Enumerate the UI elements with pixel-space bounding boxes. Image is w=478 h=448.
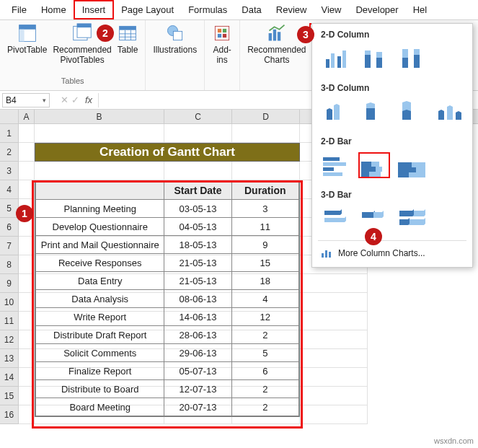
table-cell[interactable]: 14-06-13 bbox=[164, 308, 231, 326]
row-header[interactable]: 2 bbox=[0, 143, 19, 162]
row-header[interactable]: 11 bbox=[0, 312, 19, 330]
table-cell[interactable]: 15 bbox=[231, 254, 298, 272]
row-header[interactable]: 3 bbox=[0, 162, 19, 180]
row-header[interactable]: 12 bbox=[0, 330, 19, 349]
row-header[interactable]: 7 bbox=[0, 237, 19, 255]
clustered-bar-option[interactable] bbox=[321, 152, 353, 178]
table-cell[interactable]: 12-07-13 bbox=[164, 380, 231, 398]
col-header-d[interactable]: D bbox=[232, 110, 300, 123]
tab-help[interactable]: Hel bbox=[406, 1, 435, 18]
select-all-triangle[interactable] bbox=[0, 110, 19, 123]
table-row[interactable]: Print and Mail Questionnaire18-05-139 bbox=[36, 236, 299, 254]
title-cell[interactable]: Creation of Gantt Chart bbox=[35, 143, 300, 162]
table-cell[interactable]: 08-06-13 bbox=[164, 290, 231, 308]
tab-review[interactable]: Review bbox=[269, 1, 314, 18]
table-cell[interactable]: 20-07-13 bbox=[164, 398, 231, 416]
table-header[interactable] bbox=[36, 182, 164, 200]
table-cell[interactable]: Print and Mail Questionnaire bbox=[36, 236, 164, 254]
stacked-column-option[interactable] bbox=[358, 45, 390, 71]
tab-insert[interactable]: Insert bbox=[74, 0, 115, 19]
table-cell[interactable]: Board Meeting bbox=[36, 398, 164, 416]
table-row[interactable]: Develop Questionnaire04-05-1311 bbox=[36, 218, 299, 236]
table-row[interactable]: Data Analysis08-06-134 bbox=[36, 290, 299, 308]
col-header-c[interactable]: C bbox=[164, 110, 232, 123]
table-cell[interactable]: 5 bbox=[231, 344, 298, 362]
table-cell[interactable]: 6 bbox=[231, 362, 298, 380]
row-header[interactable]: 10 bbox=[0, 293, 19, 312]
row-header[interactable]: 15 bbox=[0, 387, 19, 405]
table-cell[interactable]: Write Report bbox=[36, 308, 164, 326]
table-cell[interactable]: 4 bbox=[231, 290, 298, 308]
table-row[interactable]: Write Report14-06-1312 bbox=[36, 308, 299, 326]
table-cell[interactable]: 12 bbox=[231, 308, 298, 326]
tab-page-layout[interactable]: Page Layout bbox=[114, 1, 181, 18]
col-header-b[interactable]: B bbox=[35, 110, 164, 123]
tab-data[interactable]: Data bbox=[234, 1, 268, 18]
table-row[interactable]: Finalize Report05-07-136 bbox=[36, 362, 299, 380]
table-row[interactable]: Distribute Draft Report28-06-132 bbox=[36, 326, 299, 344]
table-header[interactable]: Duration bbox=[231, 182, 298, 200]
name-box[interactable]: B4 ▾ bbox=[2, 93, 50, 107]
table-cell[interactable]: Data Entry bbox=[36, 272, 164, 290]
table-cell[interactable]: 04-05-13 bbox=[164, 218, 231, 236]
3d-column-option[interactable] bbox=[433, 99, 465, 125]
tab-home[interactable]: Home bbox=[34, 1, 74, 18]
table-cell[interactable]: 21-05-13 bbox=[164, 272, 231, 290]
100-stacked-bar-option[interactable] bbox=[396, 152, 428, 178]
3d-100-stacked-bar-option[interactable] bbox=[396, 206, 428, 232]
table-cell[interactable]: Finalize Report bbox=[36, 362, 164, 380]
3d-100-stacked-column-option[interactable] bbox=[396, 99, 428, 125]
table-row[interactable]: Solicit Comments29-06-135 bbox=[36, 344, 299, 362]
table-cell[interactable]: 9 bbox=[231, 236, 298, 254]
table-cell[interactable]: 11 bbox=[231, 218, 298, 236]
table-cell[interactable]: Receive Responses bbox=[36, 254, 164, 272]
tab-developer[interactable]: Developer bbox=[348, 1, 405, 18]
table-cell[interactable]: 29-06-13 bbox=[164, 344, 231, 362]
table-cell[interactable]: 2 bbox=[231, 380, 298, 398]
table-cell[interactable]: Develop Questionnaire bbox=[36, 218, 164, 236]
clustered-column-option[interactable] bbox=[321, 45, 353, 71]
row-header[interactable]: 4 bbox=[0, 180, 19, 199]
pivottable-button[interactable]: PivotTable bbox=[4, 22, 50, 56]
table-cell[interactable]: 03-05-13 bbox=[164, 200, 231, 218]
table-cell[interactable]: Distribute Draft Report bbox=[36, 326, 164, 344]
row-header[interactable]: 1 bbox=[0, 124, 19, 143]
addins-button[interactable]: Add- ins bbox=[209, 22, 235, 75]
more-column-charts-option[interactable]: More Column Charts... bbox=[312, 244, 472, 263]
stacked-bar-option[interactable] bbox=[358, 152, 390, 178]
table-cell[interactable]: 05-07-13 bbox=[164, 362, 231, 380]
3d-stacked-column-option[interactable] bbox=[358, 99, 390, 125]
100-stacked-column-option[interactable] bbox=[396, 45, 428, 71]
table-cell[interactable]: 21-05-13 bbox=[164, 254, 231, 272]
row-header[interactable]: 8 bbox=[0, 255, 19, 274]
table-cell[interactable]: Solicit Comments bbox=[36, 344, 164, 362]
table-cell[interactable]: 18 bbox=[231, 272, 298, 290]
3d-clustered-column-option[interactable] bbox=[321, 99, 353, 125]
tab-formulas[interactable]: Formulas bbox=[181, 1, 234, 18]
table-cell[interactable]: 18-05-13 bbox=[164, 236, 231, 254]
row-header[interactable]: 9 bbox=[0, 274, 19, 293]
table-cell[interactable]: Planning Meeting bbox=[36, 200, 164, 218]
table-button[interactable]: Table bbox=[115, 22, 141, 56]
row-header[interactable]: 6 bbox=[0, 218, 19, 237]
tab-view[interactable]: View bbox=[314, 1, 348, 18]
table-row[interactable]: Data Entry21-05-1318 bbox=[36, 272, 299, 290]
tab-file[interactable]: File bbox=[4, 1, 34, 18]
table-row[interactable]: Planning Meeting03-05-133 bbox=[36, 200, 299, 218]
table-cell[interactable]: 2 bbox=[231, 398, 298, 416]
table-row[interactable]: Distribute to Board12-07-132 bbox=[36, 380, 299, 398]
table-cell[interactable]: Distribute to Board bbox=[36, 380, 164, 398]
illustrations-button[interactable]: Illustrations bbox=[150, 22, 200, 75]
row-header[interactable]: 16 bbox=[0, 405, 19, 424]
3d-clustered-bar-option[interactable] bbox=[321, 206, 353, 232]
row-header[interactable]: 13 bbox=[0, 349, 19, 368]
table-header[interactable]: Start Date bbox=[164, 182, 231, 200]
table-cell[interactable]: Data Analysis bbox=[36, 290, 164, 308]
table-cell[interactable]: 28-06-13 bbox=[164, 326, 231, 344]
table-cell[interactable]: 3 bbox=[231, 200, 298, 218]
table-cell[interactable]: 2 bbox=[231, 326, 298, 344]
table-row[interactable]: Board Meeting20-07-132 bbox=[36, 398, 299, 416]
col-header-a[interactable]: A bbox=[19, 110, 35, 123]
fx-button[interactable]: fx bbox=[82, 95, 95, 105]
row-header[interactable]: 14 bbox=[0, 368, 19, 387]
